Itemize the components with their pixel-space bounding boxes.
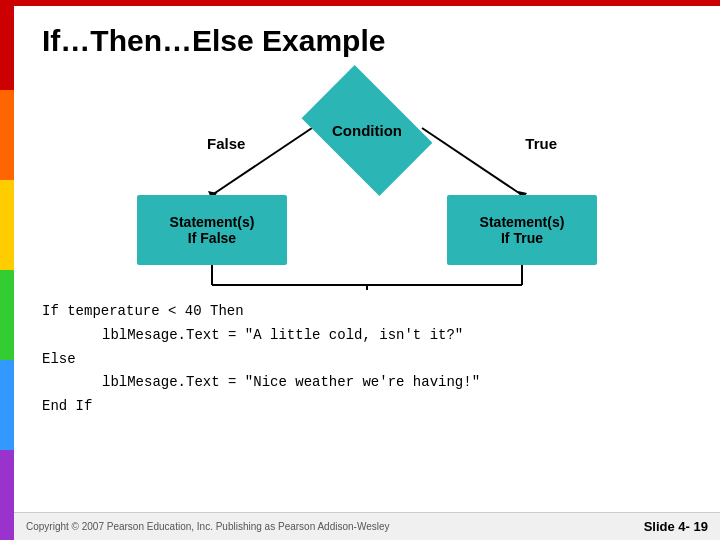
code-block: If temperature < 40 Then lblMesage.Text … [42,300,692,419]
code-line-1: If temperature < 40 Then [42,300,692,324]
code-line-4: lblMesage.Text = "Nice weather we're hav… [42,371,692,395]
code-line-4-text: lblMesage.Text = "Nice weather we're hav… [102,374,480,390]
condition-diamond: Condition [302,90,432,170]
left-color-bar [0,0,14,540]
main-content: If…Then…Else Example Condition [14,6,720,512]
code-line-5: End If [42,395,692,419]
copyright-text: Copyright © 2007 Pearson Education, Inc.… [26,521,390,532]
false-label: False [207,135,245,152]
flowchart: Condition False True Statement(s) If Fal… [117,80,617,290]
code-line-3: Else [42,348,692,372]
slide-title: If…Then…Else Example [42,24,692,58]
true-box-line1: Statement(s) [480,214,565,230]
code-line-2: lblMesage.Text = "A little cold, isn't i… [42,324,692,348]
condition-label: Condition [332,122,402,139]
code-line-2-text: lblMesage.Text = "A little cold, isn't i… [102,327,463,343]
true-box: Statement(s) If True [447,195,597,265]
svg-line-4 [422,128,522,195]
false-box-line2: If False [170,230,255,246]
true-label: True [525,135,557,152]
false-box: Statement(s) If False [137,195,287,265]
slide-number: Slide 4- 19 [644,519,708,534]
footer-bar: Copyright © 2007 Pearson Education, Inc.… [14,512,720,540]
false-box-line1: Statement(s) [170,214,255,230]
true-box-line2: If True [480,230,565,246]
